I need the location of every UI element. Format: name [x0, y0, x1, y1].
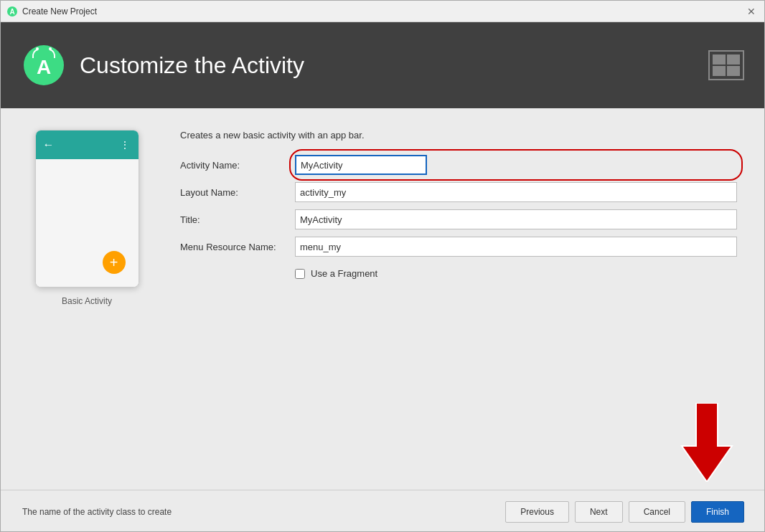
- phone-menu-icon: ⋮: [120, 139, 131, 151]
- fragment-row: Use a Fragment: [295, 268, 737, 279]
- layout-name-input[interactable]: [295, 182, 737, 202]
- title-label: Title:: [180, 214, 295, 225]
- preview-panel: ← ⋮ + Basic Activity: [29, 130, 144, 468]
- window-title: Create New Project: [22, 6, 97, 16]
- use-fragment-label[interactable]: Use a Fragment: [311, 268, 377, 279]
- svg-point-5: [49, 47, 52, 50]
- next-button[interactable]: Next: [575, 501, 623, 523]
- activity-name-row: Activity Name:: [180, 155, 737, 175]
- cancel-button[interactable]: Cancel: [629, 501, 685, 523]
- activity-name-wrapper: [295, 155, 737, 175]
- layout-name-label: Layout Name:: [180, 187, 295, 198]
- phone-mockup: ← ⋮ +: [35, 130, 139, 288]
- svg-text:A: A: [37, 56, 51, 78]
- layout-name-row: Layout Name:: [180, 182, 737, 202]
- phone-back-icon: ←: [43, 138, 55, 151]
- title-bar-left: A Create New Project: [6, 6, 97, 17]
- activity-name-label: Activity Name:: [180, 160, 295, 171]
- phone-body: +: [36, 159, 139, 287]
- form-description: Creates a new basic activity with an app…: [180, 130, 737, 141]
- svg-point-4: [36, 47, 39, 50]
- menu-resource-input[interactable]: [295, 237, 737, 257]
- form-panel: Creates a new basic activity with an app…: [180, 130, 737, 468]
- layout-preview-icon: [708, 50, 744, 80]
- menu-resource-row: Menu Resource Name:: [180, 237, 737, 257]
- finish-button[interactable]: Finish: [691, 501, 744, 523]
- status-bar: The name of the activity class to create…: [1, 490, 765, 532]
- wizard-header: A Customize the Activity: [1, 22, 765, 108]
- android-logo: A: [22, 44, 65, 87]
- previous-button[interactable]: Previous: [505, 501, 569, 523]
- preview-label: Basic Activity: [62, 296, 112, 306]
- use-fragment-checkbox[interactable]: [295, 269, 305, 279]
- menu-resource-label: Menu Resource Name:: [180, 242, 295, 252]
- main-content: ← ⋮ + Basic Activity Creates a new basic…: [1, 108, 765, 490]
- header-left: A Customize the Activity: [22, 44, 304, 87]
- title-bar: A Create New Project ✕: [1, 1, 765, 22]
- phone-toolbar: ← ⋮: [36, 130, 139, 159]
- svg-text:A: A: [9, 8, 14, 16]
- title-row: Title:: [180, 209, 737, 229]
- close-button[interactable]: ✕: [743, 3, 760, 20]
- app-icon: A: [6, 6, 18, 17]
- activity-name-input[interactable]: [295, 155, 427, 175]
- phone-fab: +: [103, 251, 126, 274]
- title-input[interactable]: [295, 209, 737, 229]
- navigation-buttons: Previous Next Cancel Finish: [505, 501, 744, 523]
- status-text: The name of the activity class to create: [22, 507, 172, 517]
- page-title: Customize the Activity: [80, 52, 304, 79]
